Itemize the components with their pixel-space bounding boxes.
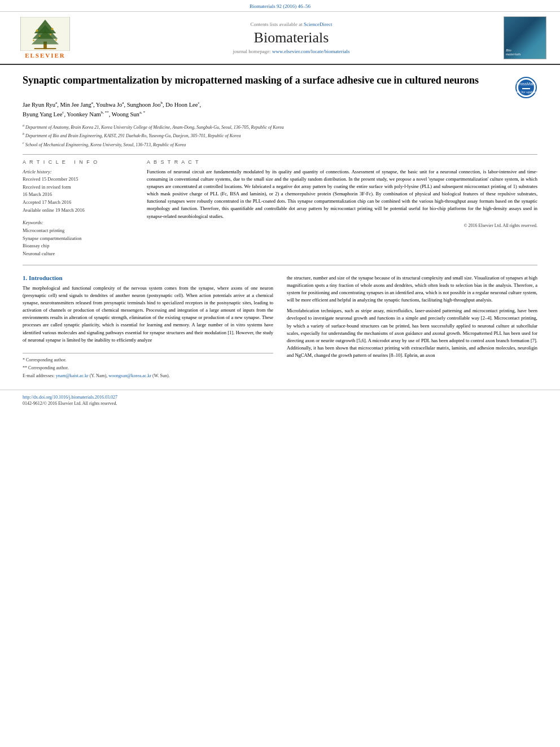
- crossmark-icon[interactable]: CrossMark click for updates: [515, 76, 537, 99]
- bottom-bar: http://dx.doi.org/10.1016/j.biomaterials…: [0, 390, 560, 410]
- svg-point-9: [50, 34, 51, 36]
- svg-rect-2: [34, 48, 56, 49]
- abstract-text: Functions of neuronal circuit are fundam…: [147, 168, 537, 230]
- keyword-2: Synapse compartmentalization: [23, 235, 135, 243]
- science-direct-link[interactable]: ScienceDirect: [304, 21, 332, 27]
- keywords-section: Keywords: Microcontact printing Synapse …: [23, 220, 135, 257]
- email-link-1[interactable]: ynam@kaist.ac.kr: [56, 373, 89, 378]
- body-right-column: the structure, number and size of the sy…: [287, 274, 537, 381]
- svg-point-10: [55, 39, 57, 41]
- journal-thumbnail-area: Biomaterials: [504, 16, 549, 59]
- crossmark-area: CrossMark click for updates: [515, 76, 537, 100]
- journal-title: Biomaterials: [79, 29, 504, 46]
- footnote-dstar: ** Corresponding author.: [23, 365, 273, 372]
- author-8-sup: a, *: [139, 110, 145, 115]
- author-4-sup: b: [161, 101, 163, 105]
- abstract-heading: A B S T R A C T: [147, 159, 537, 165]
- affiliation-a: a Department of Anatomy, Brain Korea 21,…: [23, 123, 537, 131]
- science-direct-line: Contents lists available at ScienceDirec…: [79, 21, 504, 27]
- elsevier-tree-icon: [20, 17, 71, 51]
- author-3: Youhwa Jo: [96, 102, 123, 108]
- footnote-emails: E-mail addresses: ynam@kaist.ac.kr (Y. N…: [23, 373, 273, 379]
- journal-homepage: journal homepage: www.elsevier.com/locat…: [79, 49, 504, 54]
- email-link-2[interactable]: woongsun@korea.ac.kr: [108, 373, 151, 378]
- author-2: Min Jee Jang: [60, 102, 91, 108]
- article-info-heading: A R T I C L E I N F O: [23, 159, 135, 165]
- intro-right-text: the structure, number and size of the sy…: [287, 274, 537, 360]
- accepted-date: Accepted 17 March 2016: [23, 199, 135, 207]
- affiliations: a Department of Anatomy, Brain Korea 21,…: [23, 123, 537, 148]
- thumbnail-label: Biomaterials: [506, 49, 520, 57]
- intro-right-p2: Microfabrication techniques, such as str…: [287, 307, 537, 359]
- received-revised-label: Received in revised form: [23, 184, 135, 191]
- article-info-row: A R T I C L E I N F O Article history: R…: [23, 159, 537, 258]
- keyword-1: Microcontact printing: [23, 227, 135, 235]
- article-history: Article history: Received 15 December 20…: [23, 168, 135, 215]
- article-info-column: A R T I C L E I N F O Article history: R…: [23, 159, 135, 258]
- citation-bar: Biomaterials 92 (2016) 46–56: [0, 0, 560, 12]
- section-1-heading: 1. Introduction: [23, 274, 273, 281]
- journal-header: ELSEVIER Contents lists available at Sci…: [0, 12, 560, 65]
- journal-header-center: Contents lists available at ScienceDirec…: [79, 21, 504, 54]
- svg-text:click for updates: click for updates: [515, 90, 537, 94]
- svg-point-7: [51, 28, 54, 30]
- footnotes-section: * Corresponding author. ** Corresponding…: [23, 353, 273, 379]
- elsevier-wordmark: ELSEVIER: [25, 52, 65, 59]
- author-4: Sunghoon Joo: [127, 102, 161, 108]
- history-label: Article history:: [23, 168, 135, 176]
- available-date: Available online 19 March 2016: [23, 207, 135, 215]
- author-8: Woong Sun: [112, 111, 139, 117]
- doi-link[interactable]: http://dx.doi.org/10.1016/j.biomaterials…: [23, 395, 537, 400]
- footnote-star: * Corresponding author.: [23, 357, 273, 364]
- svg-point-11: [33, 40, 34, 41]
- keyword-3: Bioassay chip: [23, 242, 135, 250]
- author-5: Do Hoon Lee: [165, 102, 198, 108]
- title-row: Synaptic compartmentalization by micropa…: [23, 74, 537, 100]
- authors-section: Jae Ryun Ryua, Min Jee Janga, Youhwa Joa…: [23, 100, 537, 120]
- elsevier-logo-area: ELSEVIER: [11, 17, 79, 59]
- affiliation-c: c School of Mechanical Engineering, Kore…: [23, 141, 537, 148]
- citation-text: Biomaterials 92 (2016) 46–56: [250, 3, 310, 9]
- author-7: Yoonkey Nam: [67, 111, 100, 117]
- received-date: Received 15 December 2015: [23, 176, 135, 184]
- copyright-bottom: 0142-9612/© 2016 Elsevier Ltd. All right…: [23, 401, 537, 406]
- svg-point-6: [36, 29, 38, 32]
- article-title: Synaptic compartmentalization by micropa…: [23, 74, 479, 89]
- author-1: Jae Ryun Ryu: [23, 102, 55, 108]
- svg-point-8: [39, 35, 41, 37]
- keywords-list: Microcontact printing Synapse compartmen…: [23, 227, 135, 257]
- intro-right-p1: the structure, number and size of the sy…: [287, 274, 537, 304]
- svg-text:CrossMark: CrossMark: [517, 82, 536, 86]
- intro-left-text: The morphological and functional complex…: [23, 285, 273, 344]
- keywords-title: Keywords:: [23, 220, 135, 225]
- author-2-sup: a: [91, 101, 93, 105]
- body-left-column: 1. Introduction The morphological and fu…: [23, 274, 273, 381]
- intro-p1: The morphological and functional complex…: [23, 285, 273, 344]
- author-7-sup: b, **: [101, 110, 109, 115]
- author-1-sup: a: [55, 101, 57, 105]
- keyword-4: Neuronal culture: [23, 250, 135, 258]
- abstract-column: A B S T R A C T Functions of neuronal ci…: [147, 159, 537, 258]
- author-3-sup: a: [122, 101, 124, 105]
- author-5-sup: c: [198, 101, 199, 105]
- homepage-link[interactable]: www.elsevier.com/locate/biomaterials: [272, 49, 349, 54]
- received-revised-date: 16 March 2016: [23, 191, 135, 199]
- abstract-copyright: © 2016 Elsevier Ltd. All rights reserved…: [147, 222, 537, 229]
- author-6: Byung Yang Lee: [23, 111, 62, 117]
- affiliation-b: b Department of Bio and Brain Engineerin…: [23, 132, 537, 139]
- divider-2: [23, 265, 537, 265]
- body-two-col: 1. Introduction The morphological and fu…: [23, 274, 537, 381]
- biomaterials-thumbnail: Biomaterials: [504, 16, 546, 59]
- divider-1: [23, 154, 537, 155]
- elsevier-logo: ELSEVIER: [11, 17, 79, 59]
- main-content: Synaptic compartmentalization by micropa…: [0, 65, 560, 390]
- author-6-sup: c: [62, 110, 64, 115]
- abstract-paragraph: Functions of neuronal circuit are fundam…: [147, 168, 537, 220]
